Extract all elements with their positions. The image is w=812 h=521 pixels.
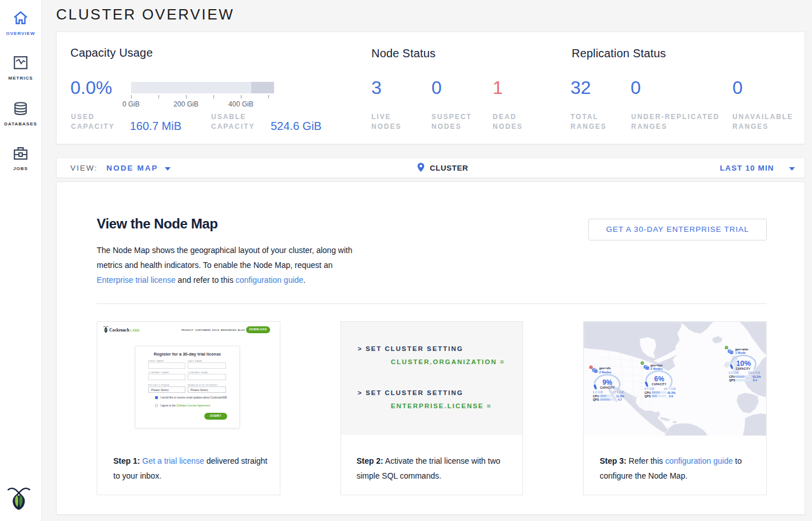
svg-text:35.1 GiB: 35.1 GiB bbox=[612, 390, 624, 394]
svg-text:4.7: 4.7 bbox=[618, 398, 622, 401]
svg-text:0 GiB: 0 GiB bbox=[122, 100, 140, 108]
svg-text:CAPACITY: CAPACITY bbox=[652, 383, 667, 386]
svg-text:200 GiB: 200 GiB bbox=[173, 100, 198, 108]
svg-text:11.0%: 11.0% bbox=[616, 394, 624, 398]
svg-text:54.4 GiB: 54.4 GiB bbox=[748, 371, 760, 374]
svg-text:3.2 GiB: 3.2 GiB bbox=[593, 390, 603, 394]
svg-text:3.6 GiB: 3.6 GiB bbox=[728, 371, 739, 374]
svg-text:geo=nyc: geo=nyc bbox=[651, 364, 663, 367]
svg-text:CAPACITY: CAPACITY bbox=[736, 368, 751, 370]
svg-text:QPS: QPS bbox=[644, 394, 651, 398]
svg-text:53.3%: 53.3% bbox=[752, 375, 761, 378]
svg-text:10%: 10% bbox=[736, 359, 751, 368]
svg-text:CPU: CPU bbox=[593, 394, 599, 398]
svg-text:QPS: QPS bbox=[593, 398, 599, 401]
svg-text:9%: 9% bbox=[603, 378, 613, 386]
svg-text:43.7 GiB: 43.7 GiB bbox=[664, 387, 676, 390]
svg-text:2 Nodes: 2 Nodes bbox=[599, 370, 611, 374]
svg-text:CAPACITY: CAPACITY bbox=[600, 386, 615, 389]
svg-text:geo=ams: geo=ams bbox=[735, 348, 748, 351]
svg-text:3.7 GiB: 3.7 GiB bbox=[644, 387, 655, 390]
svg-text:400 GiB: 400 GiB bbox=[228, 100, 253, 108]
svg-text:0.4: 0.4 bbox=[753, 378, 757, 382]
svg-text:6%: 6% bbox=[654, 375, 664, 383]
svg-text:CPU: CPU bbox=[644, 391, 651, 394]
svg-text:CPU: CPU bbox=[729, 375, 735, 378]
svg-text:geo=sfo: geo=sfo bbox=[599, 366, 611, 370]
svg-text:QPS: QPS bbox=[729, 378, 735, 382]
svg-text:1 Node: 1 Node bbox=[735, 351, 746, 354]
svg-text:42.5%: 42.5% bbox=[667, 391, 676, 394]
svg-text:0.0: 0.0 bbox=[669, 394, 673, 398]
svg-text:2 Nodes: 2 Nodes bbox=[651, 367, 663, 370]
